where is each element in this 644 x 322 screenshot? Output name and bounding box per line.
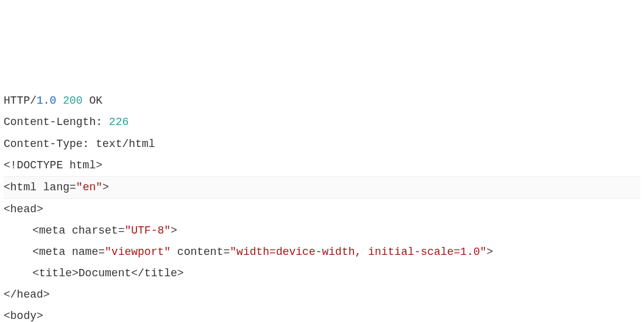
doctype-line: <!DOCTYPE html> [4,155,640,176]
head-open-line: <head> [4,199,640,220]
http-status-text: OK [89,95,102,107]
html-open-tag: <html lang= [4,181,76,193]
lang-attr-value: "en" [76,181,102,193]
meta-charset-line: <meta charset="UTF-8"> [4,220,640,242]
body-open-line: <body> [4,306,640,322]
http-protocol: HTTP/ [4,95,37,107]
title-line: <title>Document</title> [4,263,640,284]
html-open-line: <html lang="en"> [4,176,640,199]
http-status-code: 200 [63,95,82,107]
viewport-name-value: "viewport" [105,246,171,258]
http-status-line: HTTP/1.0 200 OK [4,90,640,112]
content-length-line: Content-Length: 226 [4,112,640,133]
http-version: 1.0 [37,95,56,107]
meta-viewport-line: <meta name="viewport" content="width=dev… [4,242,640,263]
head-close-line: </head> [4,284,640,306]
content-type-line: Content-Type: text/html [4,134,640,155]
viewport-content-value: "width=device-width, initial-scale=1.0" [230,246,486,258]
charset-attr-value: "UTF-8" [124,224,171,237]
content-length-label: Content-Length: [4,116,109,128]
content-length-value: 226 [109,116,129,128]
